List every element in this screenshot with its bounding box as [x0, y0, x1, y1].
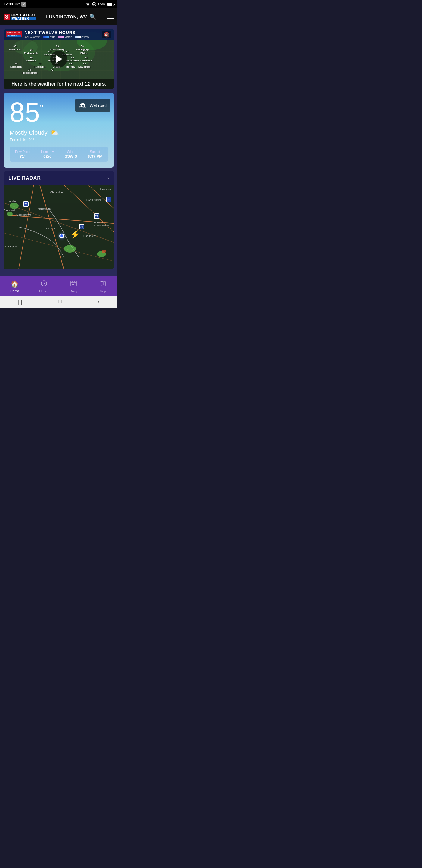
map-label-lex: 70Lexington [10, 62, 22, 68]
dew-point-value: 71° [15, 154, 30, 158]
play-button[interactable] [50, 51, 67, 67]
nav-daily[interactable]: Daily [59, 280, 88, 293]
svg-rect-20 [73, 284, 74, 284]
map-label-elk: 65Elkins [80, 49, 88, 55]
status-bar: 12:30 85° ✕ 69% [0, 0, 118, 8]
map-icon [99, 280, 106, 288]
logo-text: FIRST ALERT WEATHER [11, 13, 36, 21]
dew-point-label: Dew Point [15, 150, 30, 153]
radar-title: LIVE RADAR [8, 176, 41, 181]
legend-snow-label: SNOW [81, 36, 89, 38]
battery-icon [107, 3, 114, 6]
city-hamilton: Hamilton [7, 200, 18, 203]
cloud-sun-icon: ⛅ [50, 128, 59, 137]
condition-text: Mostly Cloudy [10, 129, 47, 136]
city-charleston: Charleston [84, 235, 97, 238]
volume-icon[interactable]: 🔇 [102, 31, 111, 38]
dnd-icon [92, 2, 96, 6]
video-caption: Here is the weather for the next 12 hour… [4, 79, 114, 89]
wsaz-number: 3 [5, 14, 8, 20]
nav-daily-label: Daily [70, 289, 77, 293]
wind-value: SSW 6 [65, 154, 77, 158]
status-left: 12:30 85° ✕ [4, 2, 26, 7]
battery-percent: 69% [98, 2, 105, 6]
status-temp: 85° [15, 2, 20, 6]
city-georgetown: Georgetown [16, 213, 31, 216]
nav-map[interactable]: Map [88, 280, 118, 293]
temperature-value: 85 [10, 99, 40, 126]
road-network [4, 185, 114, 269]
clock-icon [41, 280, 47, 287]
android-back-button[interactable]: ‹ [98, 299, 99, 305]
map-label-gray: 68Grayson [26, 56, 36, 62]
status-right: 69% [86, 2, 114, 6]
map-label-park: 69Parkersburg [50, 44, 64, 51]
radar-section: LIVE RADAR › [4, 171, 114, 269]
location-header[interactable]: HUNTINGTON, WV 🔍 [46, 13, 96, 20]
status-time: 12:30 [4, 2, 13, 6]
interstate-71: 71 [23, 201, 29, 207]
lightning-icon: ⚡ [70, 229, 80, 239]
nav-hourly[interactable]: Hourly [30, 280, 59, 293]
city-chillicothe: Chillicothe [50, 191, 63, 194]
snow-color [75, 36, 81, 38]
home-icon: 🏠 [10, 280, 19, 288]
car-skid-icon [78, 101, 87, 108]
daily-icon [70, 280, 77, 288]
legend-mixed: MIXED [58, 36, 72, 38]
legend-bar: RAIN MIXED SNOW [43, 36, 89, 38]
android-home-button[interactable]: □ [59, 299, 62, 305]
app-header: 3 FIRST ALERT WEATHER HUNTINGTON, WV 🔍 [0, 8, 118, 25]
map-label-lewis: 63Lewisburg [78, 62, 90, 68]
map-label-beck: 68Beckley [66, 62, 75, 68]
calendar-icon [70, 280, 77, 287]
legend-rain-label: RAIN [50, 36, 56, 38]
wsaz-logo: 3 [4, 13, 10, 20]
nav-hourly-label: Hourly [39, 289, 49, 293]
video-title-container: NEXT TWELVE HOURS SAT 1:00 AM RAIN MIX [24, 30, 111, 38]
video-subtitle: SAT 1:00 AM RAIN MIXED [24, 35, 111, 38]
city-lexington: Lexington [5, 245, 17, 248]
wind-stat: Wind SSW 6 [65, 150, 77, 158]
radar-map[interactable]: Chillicothe Parkersburg Portsmouth Ashla… [4, 185, 114, 269]
android-recent-button[interactable]: ||| [18, 299, 22, 305]
play-icon [56, 56, 62, 63]
nav-home[interactable]: 🏠 Home [0, 280, 30, 293]
map-label-pres2: 70 [50, 68, 53, 71]
condition-row: Mostly Cloudy ⛅ [10, 128, 108, 137]
location-text: HUNTINGTON, WV [46, 14, 87, 19]
radar-return-3 [64, 245, 76, 253]
interstate-79: 79 [106, 197, 111, 202]
map-label-char: 66Charleston [66, 56, 79, 62]
humidity-label: Humidity [41, 150, 54, 153]
legend-mixed-label: MIXED [65, 36, 72, 38]
city-cincinnati: Cincinnati [4, 209, 16, 212]
menu-button[interactable] [107, 15, 114, 19]
legend-rain: RAIN [43, 36, 56, 38]
feels-like-text: Feels Like 91° [10, 137, 108, 142]
map-label-paint: 70Paintsville [34, 62, 46, 68]
svg-line-13 [4, 233, 114, 263]
nav-home-label: Home [10, 289, 19, 293]
video-container[interactable]: 69Cincinnati 68Portsmouth 69Parkersburg … [4, 29, 114, 89]
radar-header[interactable]: LIVE RADAR › [4, 171, 114, 185]
sunset-stat: Sunset 8:37 PM [88, 150, 102, 158]
city-ashland: Ashland [46, 227, 56, 230]
city-portsmouth: Portsmouth [37, 207, 51, 210]
degree-symbol: ° [40, 102, 44, 114]
chevron-right-icon: › [107, 175, 109, 181]
search-icon[interactable]: 🔍 [90, 13, 96, 20]
current-location-dot [59, 234, 64, 239]
main-content: 69Cincinnati 68Portsmouth 69Parkersburg … [0, 25, 118, 276]
wet-road-label: Wet road [90, 103, 107, 108]
weather-text: WEATHER [11, 17, 36, 21]
radar-return-2 [7, 212, 13, 216]
notification-icon: ✕ [21, 2, 26, 7]
svg-line-9 [19, 185, 34, 269]
weather-card: 85 ° Wet road Mostly Cloudy ⛅ Feels Like… [4, 93, 114, 167]
wind-label: Wind [65, 150, 77, 153]
sunset-label: Sunset [88, 150, 102, 153]
mixed-color [58, 36, 64, 38]
rain-color [43, 36, 49, 38]
video-card: 69Cincinnati 68Portsmouth 69Parkersburg … [4, 29, 114, 89]
